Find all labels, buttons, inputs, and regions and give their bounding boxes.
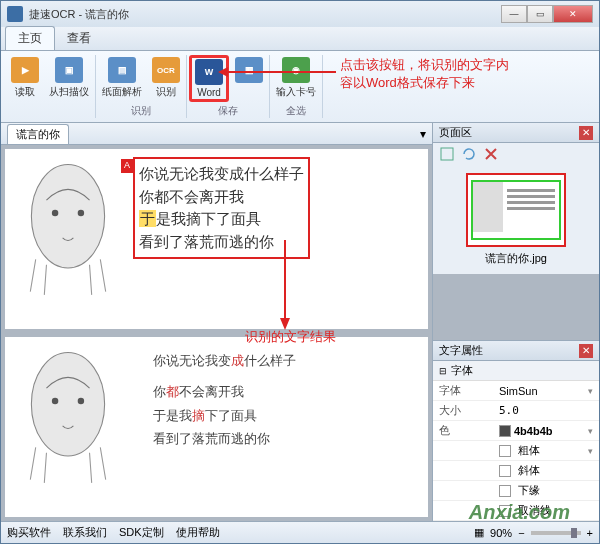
doc-tab-item[interactable]: 谎言的你 (7, 124, 69, 144)
ocr-icon: OCR (152, 57, 180, 83)
right-sidebar: 页面区 ✕ 谎言的你.jpg 文字属性 (432, 123, 599, 521)
svg-point-3 (31, 353, 104, 456)
result-image (13, 345, 123, 485)
analyze-button[interactable]: ▤ 纸面解析 (98, 55, 146, 101)
ocr-line-4: 看到了落荒而逃的你 (139, 231, 304, 254)
document-tabs: 谎言的你 ▾ (1, 123, 432, 145)
prop-font[interactable]: 字体 SimSun▾ (433, 381, 599, 401)
page-nav-icon[interactable] (439, 146, 455, 162)
card-button[interactable]: ◉ 输入卡号 (272, 55, 320, 101)
scanner-icon: ▣ (55, 57, 83, 83)
properties-panel: 文字属性 ✕ 字体 字体 SimSun▾ 大小 5.0 色 4b4b4 (433, 340, 599, 521)
maximize-button[interactable]: ▭ (527, 5, 553, 23)
recognize-button[interactable]: OCR 识别 (148, 55, 184, 101)
svg-point-0 (31, 165, 104, 268)
ocr-line-3: 于是我摘下了面具 (139, 208, 304, 231)
doc-tab-dropdown-icon[interactable]: ▾ (420, 127, 426, 141)
app-icon (7, 6, 23, 22)
close-button[interactable]: ✕ (553, 5, 593, 23)
pages-panel-header: 页面区 ✕ (433, 123, 599, 143)
tab-view[interactable]: 查看 (55, 27, 103, 50)
pages-panel-title: 页面区 (439, 125, 472, 140)
status-buy[interactable]: 购买软件 (7, 525, 51, 540)
page-rotate-icon[interactable] (461, 146, 477, 162)
result-text[interactable]: 你说无论我变成什么样子 你都不会离开我 于是我摘下了面具 看到了落荒而逃的你 (153, 349, 390, 451)
analyze-icon: ▤ (108, 57, 136, 83)
tab-home[interactable]: 主页 (5, 26, 55, 50)
scanner-button[interactable]: ▣ 从扫描仪 (45, 55, 93, 101)
result-line-2: 你都不会离开我 (153, 380, 390, 403)
svg-point-4 (52, 398, 58, 404)
properties-close-icon[interactable]: ✕ (579, 344, 593, 358)
zoom-value: 90% (490, 527, 512, 539)
svg-point-5 (78, 398, 84, 404)
page-delete-icon[interactable] (483, 146, 499, 162)
status-help[interactable]: 使用帮助 (176, 525, 220, 540)
prop-strike[interactable]: 取消线 (433, 501, 599, 521)
minimize-button[interactable]: — (501, 5, 527, 23)
window-title: 捷速OCR - 谎言的你 (29, 7, 129, 22)
svg-point-1 (52, 210, 58, 216)
properties-title: 文字属性 (439, 343, 483, 358)
prop-underline[interactable]: 下缘 (433, 481, 599, 501)
prop-italic[interactable]: 斜体 (433, 461, 599, 481)
result-line-1: 你说无论我变成什么样子 (153, 349, 390, 372)
word-button[interactable]: W Word (189, 55, 229, 102)
result-line-3: 于是我摘下了面具 (153, 404, 390, 427)
ocr-line-2: 你都不会离开我 (139, 186, 304, 209)
read-button[interactable]: ▶ 读取 (7, 55, 43, 101)
svg-point-2 (78, 210, 84, 216)
ribbon-tabs: 主页 查看 (1, 27, 599, 51)
zoom-out-button[interactable]: − (518, 527, 524, 539)
source-image (13, 157, 123, 297)
checkbox-icon[interactable] (499, 445, 511, 457)
prop-section-font[interactable]: 字体 (433, 361, 599, 381)
page-thumbnail[interactable] (466, 173, 566, 247)
ocr-line-1: 你说无论我变成什么样子 (139, 163, 304, 186)
read-icon: ▶ (11, 57, 39, 83)
image-pane: A 你说无论我变成什么样子 你都不会离开我 于是我摘下了面具 看到了落荒而逃的你 (5, 149, 428, 329)
layout-icon[interactable]: ▦ (474, 526, 484, 539)
prop-size[interactable]: 大小 5.0 (433, 401, 599, 421)
thumbnail-label: 谎言的你.jpg (485, 251, 547, 266)
prop-bold[interactable]: 粗体▾ (433, 441, 599, 461)
group-save-label: 保存 (218, 104, 238, 118)
zoom-in-button[interactable]: + (587, 527, 593, 539)
group-select-label: 全选 (286, 104, 306, 118)
svg-rect-6 (441, 148, 453, 160)
workspace: A 你说无论我变成什么样子 你都不会离开我 于是我摘下了面具 看到了落荒而逃的你 (1, 145, 432, 521)
group-recognize-label: 识别 (131, 104, 151, 118)
thumbnail-area: 谎言的你.jpg (433, 165, 599, 274)
result-line-4: 看到了落荒而逃的你 (153, 427, 390, 450)
color-swatch-icon (499, 425, 511, 437)
prop-color[interactable]: 色 4b4b4b▾ (433, 421, 599, 441)
status-sdk[interactable]: SDK定制 (119, 525, 164, 540)
pages-panel-close-icon[interactable]: ✕ (579, 126, 593, 140)
checkbox-icon[interactable] (499, 485, 511, 497)
zoom-slider[interactable] (531, 531, 581, 535)
checkbox-icon[interactable] (499, 465, 511, 477)
checkbox-icon[interactable] (499, 505, 511, 517)
ocr-region-marker-icon: A (121, 159, 133, 173)
word-icon: W (195, 59, 223, 85)
titlebar: 捷速OCR - 谎言的你 — ▭ ✕ (1, 1, 599, 27)
other-save-button[interactable]: ▦ (231, 55, 267, 102)
other-icon: ▦ (235, 57, 263, 83)
statusbar: 购买软件 联系我们 SDK定制 使用帮助 ▦ 90% − + (1, 521, 599, 543)
card-icon: ◉ (282, 57, 310, 83)
pages-toolbar (433, 143, 599, 165)
app-window: 捷速OCR - 谎言的你 — ▭ ✕ 主页 查看 ▶ 读取 ▣ 从扫描仪 (0, 0, 600, 544)
ocr-region-box[interactable]: A 你说无论我变成什么样子 你都不会离开我 于是我摘下了面具 看到了落荒而逃的你 (133, 157, 310, 259)
result-pane: 你说无论我变成什么样子 你都不会离开我 于是我摘下了面具 看到了落荒而逃的你 (5, 337, 428, 517)
main-area: 谎言的你 ▾ A 你说无论我变成什么样子 你都不会离开我 于是我摘下了面具 看 (1, 123, 432, 521)
status-contact[interactable]: 联系我们 (63, 525, 107, 540)
ribbon: ▶ 读取 ▣ 从扫描仪 ▤ 纸面解析 OCR 识别 识别 (1, 51, 599, 123)
